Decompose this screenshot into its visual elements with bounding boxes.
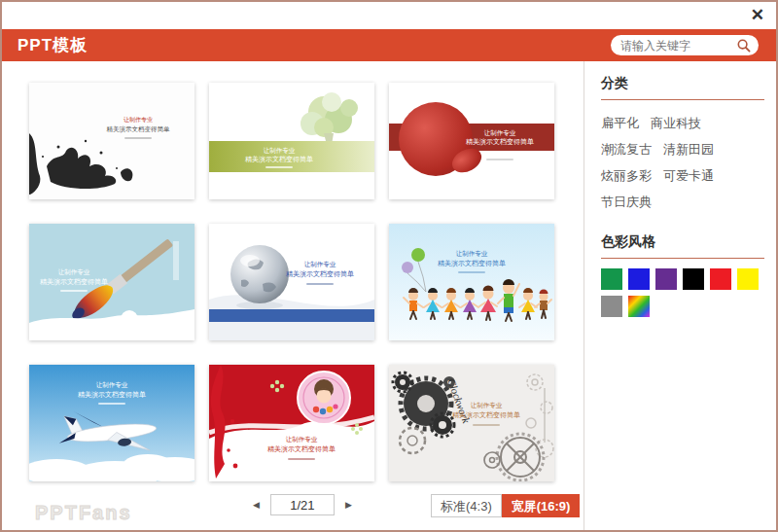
dialog-header: PPT模板 — [2, 29, 776, 61]
template-thumb-ink-horses[interactable]: 让制作专业 精美演示文档变得简单 — [29, 83, 194, 199]
clockwork-gears-art: Clockwork 让制作专业 精美演示文档变得简单 — [389, 365, 554, 481]
pptfans-watermark: PPTFans — [35, 502, 132, 524]
svg-text:精美演示文档变得简单: 精美演示文档变得简单 — [286, 269, 354, 278]
paint-brush-art: 让制作专业 精美演示文档变得简单 — [29, 224, 194, 340]
subtext-line — [124, 137, 152, 139]
color-style-rule — [601, 258, 764, 259]
swatch-black[interactable] — [683, 268, 704, 290]
svg-text:让制作专业: 让制作专业 — [58, 268, 90, 275]
color-swatches — [601, 268, 764, 317]
template-thumb-clockwork-gears[interactable]: Clockwork 让制作专业 精美演示文档变得简单 — [389, 365, 554, 481]
template-thumb-flower-girl[interactable]: 让制作专业 精美演示文档变得简单 — [209, 365, 374, 481]
svg-text:精美演示文档变得简单: 精美演示文档变得简单 — [245, 155, 313, 163]
svg-text:精美演示文档变得简单: 精美演示文档变得简单 — [452, 410, 520, 419]
ink-horses-art: 让制作专业 精美演示文档变得简单 — [29, 83, 194, 199]
category-rule — [601, 99, 764, 100]
category-list: 扁平化商业科技潮流复古清新田园炫丽多彩可爱卡通节日庆典 — [601, 110, 764, 215]
swatch-yellow[interactable] — [737, 268, 759, 290]
subtext-line — [306, 283, 334, 285]
aspect-ratio-toggle: 标准(4:3) 宽屏(16:9) — [431, 494, 580, 517]
color-style-section: 色彩风格 — [601, 233, 764, 317]
subtext-line — [486, 159, 513, 160]
svg-text:让制作专业: 让制作专业 — [304, 261, 336, 267]
svg-text:让制作专业: 让制作专业 — [286, 436, 318, 443]
pagination: ◀ ▶ — [251, 494, 354, 515]
metal-globe-art: 让制作专业 精美演示文档变得简单 — [209, 224, 374, 340]
sidebar-divider — [584, 61, 584, 530]
subtext-line — [265, 166, 293, 168]
template-thumb-paint-brush[interactable]: 让制作专业 精美演示文档变得简单 — [29, 224, 194, 340]
prev-page-icon[interactable]: ◀ — [251, 498, 262, 512]
template-thumb-airplane-sky[interactable]: 让制作专业 精美演示文档变得简单 — [29, 365, 194, 481]
template-thumb-boxing-glove[interactable]: 让制作专业 精美演示文档变得简单 — [389, 83, 554, 199]
ratio-wide-button[interactable]: 宽屏(16:9) — [502, 494, 581, 517]
svg-text:精美演示文档变得简单: 精美演示文档变得简单 — [267, 444, 336, 453]
category-festival[interactable]: 节日庆典 — [601, 195, 652, 209]
search-input[interactable] — [620, 39, 737, 53]
svg-text:让制作专业: 让制作专业 — [456, 250, 488, 257]
boxing-glove-art: 让制作专业 精美演示文档变得简单 — [389, 83, 554, 199]
svg-text:让制作专业: 让制作专业 — [124, 117, 153, 124]
search-box[interactable] — [611, 35, 759, 55]
swatch-green[interactable] — [601, 268, 622, 290]
swatch-multicolor[interactable] — [628, 296, 650, 317]
category-business[interactable]: 商业科技 — [651, 116, 701, 130]
svg-text:让制作专业: 让制作专业 — [96, 381, 128, 388]
svg-text:精美演示文档变得简单: 精美演示文档变得简单 — [438, 259, 506, 267]
category-retro[interactable]: 潮流复古 — [601, 142, 652, 157]
subtext-line — [60, 290, 88, 292]
cartoon-children-art: 让制作专业 精美演示文档变得简单 — [389, 224, 554, 340]
category-cartoon[interactable]: 可爱卡通 — [663, 168, 714, 183]
svg-text:精美演示文档变得简单: 精美演示文档变得简单 — [78, 390, 146, 399]
category-section: 分类 扁平化商业科技潮流复古清新田园炫丽多彩可爱卡通节日庆典 — [601, 75, 764, 215]
subtext-line — [473, 424, 500, 426]
page-indicator-input[interactable] — [270, 494, 335, 515]
svg-text:让制作专业: 让制作专业 — [264, 147, 296, 154]
svg-text:精美演示文档变得简单: 精美演示文档变得简单 — [466, 137, 534, 146]
category-fresh[interactable]: 清新田园 — [663, 142, 714, 157]
close-icon[interactable]: ✕ — [751, 5, 764, 26]
category-flat[interactable]: 扁平化 — [601, 116, 639, 130]
next-page-icon[interactable]: ▶ — [343, 498, 354, 512]
svg-text:让制作专业: 让制作专业 — [484, 129, 516, 136]
category-heading: 分类 — [601, 75, 764, 92]
swatch-purple[interactable] — [655, 268, 677, 290]
watercolor-tree-art: 让制作专业 精美演示文档变得简单 — [209, 83, 374, 199]
category-colorful[interactable]: 炫丽多彩 — [601, 168, 652, 183]
template-thumb-metal-globe[interactable]: 让制作专业 精美演示文档变得简单 — [209, 224, 374, 340]
svg-text:让制作专业: 让制作专业 — [471, 402, 503, 408]
dialog-titlebar: ✕ — [2, 2, 776, 29]
search-icon[interactable] — [737, 39, 751, 53]
color-style-heading: 色彩风格 — [601, 233, 764, 251]
airplane-sky-art: 让制作专业 精美演示文档变得简单 — [29, 365, 194, 481]
subtext-line — [288, 458, 315, 460]
subtext-line — [98, 403, 125, 405]
ppt-template-dialog: ✕ PPT模板 让制作专业 精美演示文档变得简单 — [0, 0, 778, 532]
swatch-red[interactable] — [710, 268, 731, 290]
flower-girl-art: 让制作专业 精美演示文档变得简单 — [209, 365, 374, 481]
svg-text:精美演示文档变得简单: 精美演示文档变得简单 — [107, 125, 171, 133]
svg-text:精美演示文档变得简单: 精美演示文档变得简单 — [40, 277, 108, 286]
template-thumb-cartoon-children[interactable]: 让制作专业 精美演示文档变得简单 — [389, 224, 554, 340]
subtext-line — [458, 271, 485, 273]
ratio-standard-button[interactable]: 标准(4:3) — [431, 494, 502, 517]
template-thumb-watercolor-tree[interactable]: 让制作专业 精美演示文档变得简单 — [209, 83, 374, 199]
swatch-blue[interactable] — [628, 268, 650, 290]
swatch-gray[interactable] — [601, 296, 622, 317]
page-title: PPT模板 — [18, 29, 88, 61]
